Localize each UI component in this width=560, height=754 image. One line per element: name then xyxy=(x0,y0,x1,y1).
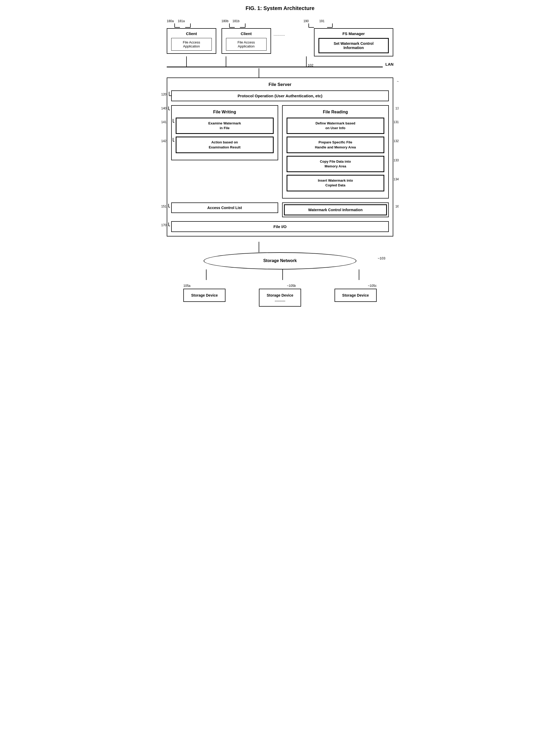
storage-network-ellipse: Storage Network xyxy=(204,252,356,269)
ref-132: 132 xyxy=(394,139,399,143)
ref-120: 120 xyxy=(161,93,166,96)
storage-device-2: Storage Device ............ xyxy=(259,289,301,307)
client1-box: Client File Access Application xyxy=(167,28,216,54)
ref-180a: 180a xyxy=(167,19,174,23)
file-server-box: ~100 File Server 120 Protocol Operation … xyxy=(167,78,393,236)
storage-device-2-ellipsis: ............ xyxy=(265,298,295,302)
wci-inner: Watermark Control Information xyxy=(284,204,387,215)
client1-label: Client xyxy=(171,31,212,36)
wci-container: Watermark Control Information xyxy=(282,202,389,217)
svg-text:LAN: LAN xyxy=(385,62,394,66)
insert-watermark-module: Insert Watermark intoCopied Data xyxy=(286,175,384,191)
ref-142: 142 xyxy=(161,139,166,143)
client2-box: Client File Access Application xyxy=(221,28,271,54)
ref-190: 190 xyxy=(303,19,309,23)
ref-181a: 181a xyxy=(178,19,185,23)
page-title: FIG. 1: System Architecture xyxy=(167,5,393,11)
acl-box: Access Control List xyxy=(171,202,278,213)
ref-181b: 181b xyxy=(232,19,239,23)
ref-131: 131 xyxy=(394,120,399,124)
define-watermark-module: Define Watermark basedon User Info xyxy=(286,118,384,134)
storage-device-1: Storage Device xyxy=(183,289,225,302)
ref-105a: 105a xyxy=(183,284,225,288)
ref-191: 191 xyxy=(319,19,324,23)
ref-105b: ~105b xyxy=(287,284,296,288)
ref-134: 134 xyxy=(394,177,399,181)
ref-140: 140 xyxy=(161,107,166,110)
fs-manager-box: FS Manager Set Watermark Control Informa… xyxy=(314,28,393,56)
file-writing-box: File Writing 141 Examine Watermarkin Fil… xyxy=(171,105,278,160)
copy-file-data-module: Copy File Data intoMemory Area xyxy=(286,156,384,172)
file-reading-title: File Reading xyxy=(286,110,384,114)
ref-133: 133 xyxy=(394,158,399,162)
ref-130: 130 xyxy=(395,107,399,110)
file-io-bar: File I/O xyxy=(171,221,389,232)
ref-161: 161 xyxy=(395,205,399,208)
prepare-handle-module: Prepare Specific FileHandle and Memory A… xyxy=(286,137,384,153)
fs-manager-inner: Set Watermark Control Information xyxy=(318,38,389,53)
ref-100: ~100 xyxy=(397,79,399,83)
ref-103: ~103 xyxy=(378,256,385,260)
fs-manager-label: FS Manager xyxy=(318,31,389,36)
ref-105c: ~105c xyxy=(368,284,377,288)
action-examination-module: Action based onExamination Result xyxy=(176,137,274,153)
ref-170: 170 xyxy=(161,223,166,227)
examine-watermark-module: Examine Watermarkin File xyxy=(176,118,274,134)
client2-label: Client xyxy=(226,31,266,36)
protocol-bar: Protocol Operation (User Authentication,… xyxy=(171,91,389,101)
clients-ellipsis: ............ xyxy=(274,33,285,36)
ref-180b: 180b xyxy=(221,19,228,23)
client1-inner: File Access Application xyxy=(171,38,212,51)
file-reading-box: File Reading 131 Define Watermark basedo… xyxy=(282,105,389,198)
file-writing-title: File Writing xyxy=(176,110,274,114)
client2-inner: File Access Application xyxy=(226,38,266,51)
file-server-title: File Server xyxy=(171,82,389,87)
storage-device-3: Storage Device xyxy=(335,289,377,302)
ref-141: 141 xyxy=(161,120,166,124)
ref-151: 151 xyxy=(161,205,166,208)
